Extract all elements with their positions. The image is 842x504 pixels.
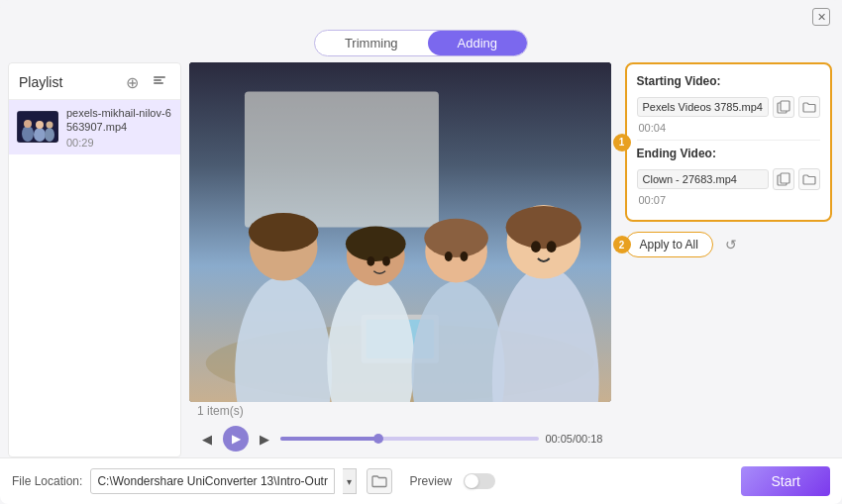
playlist-title: Playlist (19, 74, 62, 90)
play-button[interactable]: ▶ (223, 426, 249, 452)
step1-section: 1 Starting Video: Pexels Videos 3785.mp4 (625, 62, 833, 222)
progress-thumb (373, 434, 383, 444)
svg-point-6 (34, 128, 46, 142)
playlist-header: Playlist ⊕ (9, 63, 180, 100)
video-controls: ◀ ▶ ▶ 00:05/00:18 (189, 420, 611, 457)
tab-bar: Trimming Adding (0, 30, 842, 56)
apply-row: Apply to All ↺ (625, 232, 743, 257)
svg-rect-11 (245, 91, 439, 227)
svg-point-31 (531, 241, 541, 252)
preview-toggle[interactable] (464, 473, 495, 489)
items-count-row: 1 item(s) (189, 402, 611, 420)
close-button[interactable]: ✕ (812, 8, 830, 26)
main-window: ✕ Trimming Adding Playlist ⊕ (0, 0, 842, 504)
svg-point-32 (547, 241, 557, 252)
svg-point-27 (367, 256, 374, 266)
starting-video-label: Starting Video: (637, 74, 821, 88)
starting-video-time: 00:04 (639, 122, 821, 134)
main-content: Playlist ⊕ (0, 62, 842, 457)
video-area: 1 item(s) ◀ ▶ ▶ 00:05/00:18 (189, 62, 611, 457)
ending-video-time: 00:07 (639, 194, 821, 206)
apply-to-all-button[interactable]: Apply to All (625, 232, 713, 257)
step2-badge: 2 (613, 236, 631, 253)
file-path-input[interactable] (90, 468, 334, 494)
time-display: 00:05/00:18 (545, 433, 602, 445)
svg-rect-34 (781, 101, 789, 111)
playlist-panel: Playlist ⊕ (8, 62, 181, 457)
starting-video-box: Starting Video: Pexels Videos 3785.mp4 (625, 62, 833, 222)
svg-point-7 (36, 121, 44, 129)
ending-video-entry: Clown - 27683.mp4 (637, 168, 821, 190)
ending-video-paste-icon[interactable] (773, 168, 794, 190)
step2-section: 2 Apply to All ↺ (625, 232, 833, 257)
svg-point-20 (346, 227, 406, 261)
file-folder-button[interactable] (367, 468, 392, 494)
svg-rect-0 (154, 76, 165, 78)
tab-group: Trimming Adding (314, 30, 528, 56)
starting-video-paste-icon[interactable] (773, 96, 794, 118)
starting-video-name: Pexels Videos 3785.mp4 (637, 97, 770, 117)
svg-point-4 (22, 126, 34, 142)
tab-adding[interactable]: Adding (428, 31, 527, 55)
svg-rect-1 (154, 79, 161, 81)
svg-point-29 (445, 252, 453, 261)
svg-point-30 (461, 252, 469, 261)
toggle-knob (465, 474, 478, 488)
ending-video-name: Clown - 27683.mp4 (637, 169, 770, 189)
svg-rect-2 (154, 82, 163, 84)
video-container (189, 62, 611, 402)
svg-point-9 (47, 122, 53, 129)
progress-fill (280, 437, 378, 441)
playlist-item-name: pexels-mikhail-nilov-6563907.mp4 (66, 106, 172, 135)
refresh-button[interactable]: ↺ (719, 233, 743, 256)
svg-point-23 (424, 219, 488, 257)
divider (637, 140, 821, 141)
items-count: 1 item(s) (197, 404, 244, 418)
playlist-thumb (17, 111, 58, 143)
playlist-item[interactable]: pexels-mikhail-nilov-6563907.mp4 00:29 (9, 100, 180, 154)
progress-bar[interactable] (280, 437, 539, 441)
svg-rect-36 (781, 173, 789, 183)
svg-point-8 (45, 128, 54, 142)
starting-video-folder-icon[interactable] (798, 96, 820, 118)
svg-point-28 (382, 256, 390, 266)
playlist-icons: ⊕ (121, 71, 170, 93)
preview-label: Preview (410, 474, 453, 488)
file-path-dropdown[interactable]: ▾ (343, 468, 357, 494)
ending-video-label: Ending Video: (637, 147, 821, 160)
svg-point-17 (249, 213, 319, 252)
prev-frame-button[interactable]: ◀ (197, 429, 217, 449)
video-scene (189, 62, 611, 402)
step1-badge: 1 (613, 134, 631, 151)
add-media-icon[interactable]: ⊕ (121, 71, 143, 93)
ending-video-folder-icon[interactable] (798, 168, 820, 190)
playlist-item-info: pexels-mikhail-nilov-6563907.mp4 00:29 (66, 106, 172, 149)
right-panel-wrapper: 1 Starting Video: Pexels Videos 3785.mp4 (611, 62, 833, 457)
remove-media-icon[interactable] (149, 71, 170, 93)
bottom-bar: File Location: ▾ Preview Start (0, 457, 842, 504)
file-location-label: File Location: (12, 474, 82, 488)
playlist-item-duration: 00:29 (66, 137, 172, 149)
title-bar: ✕ (0, 0, 842, 30)
next-frame-button[interactable]: ▶ (255, 429, 274, 449)
svg-point-26 (506, 206, 581, 249)
svg-point-5 (24, 120, 32, 128)
start-button[interactable]: Start (741, 466, 830, 496)
starting-video-entry: Pexels Videos 3785.mp4 (637, 96, 821, 118)
tab-trimming[interactable]: Trimming (315, 31, 428, 55)
